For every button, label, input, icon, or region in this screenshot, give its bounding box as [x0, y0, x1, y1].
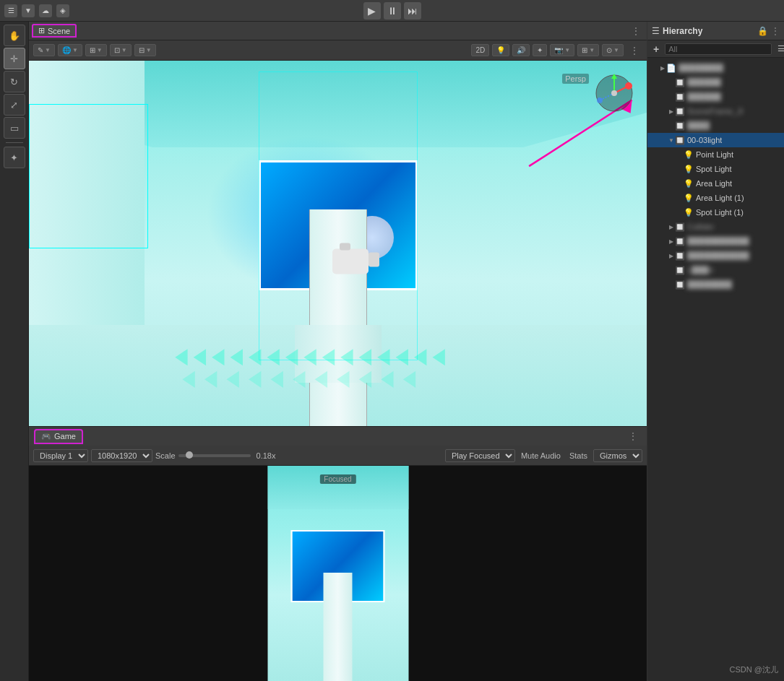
hierarchy-add-btn[interactable]: + — [650, 43, 662, 56]
light-icon-node10: 💡 — [684, 193, 694, 203]
game-tab[interactable]: 🎮 Game — [35, 430, 82, 443]
tree-label-node14: ███████████ — [687, 251, 749, 260]
pivot-btn[interactable]: ⊞ ▼ — [85, 44, 107, 56]
selection-outline-left — [29, 104, 148, 248]
tree-item-node2[interactable]: ▶ 🔲 ██████ — [647, 75, 784, 90]
scene-grid-icon: ⊞ — [38, 26, 45, 35]
stats-btn[interactable]: Stats — [567, 451, 590, 461]
display-mode-btn[interactable]: ✎ ▼ — [33, 44, 55, 56]
tree-item-node6[interactable]: ▼ 🔲 00-03light — [647, 133, 784, 147]
tree-item-node9[interactable]: ▶ 💡 Area Light — [647, 176, 784, 191]
main-layout: ✋ ✛ ↻ ⤢ ▭ ✦ ⊞ Scene ⋮ ✎ ▼ 🌐 ▼ ⊞ ▼ ⊡ ▼ ⊟ … — [0, 22, 784, 681]
move-tool-button[interactable]: ✛ — [4, 48, 25, 69]
scene-icon-node1: 📄 — [666, 63, 676, 73]
game-panel-more[interactable]: ⋮ — [625, 430, 641, 442]
tree-item-node4[interactable]: ▶ 🔲 SceneFrame_Jl — [647, 104, 784, 118]
hierarchy-filter-btn[interactable]: ☰ — [775, 43, 784, 54]
tree-item-node3[interactable]: ▶ 🔲 ██████ — [647, 90, 784, 104]
rect-tool-button[interactable]: ▭ — [4, 117, 25, 139]
light-toggle-btn[interactable]: 💡 — [492, 44, 509, 56]
scene-panel-more[interactable]: ⋮ — [628, 25, 644, 37]
effects-btn[interactable]: ✦ — [533, 44, 547, 56]
scene-toolbar-more[interactable]: ⋮ — [626, 45, 642, 56]
game-header: 🎮 Game ⋮ — [29, 427, 647, 446]
tree-item-node7[interactable]: ▶ 💡 Point Light — [647, 147, 784, 162]
tree-label-node9: Area Light — [696, 179, 732, 188]
hierarchy-toolbar: + ☰ — [647, 40, 784, 58]
game-arch — [267, 466, 408, 509]
snap-btn[interactable]: ⊡ ▼ — [110, 44, 132, 56]
tree-label-node16: ████████ — [687, 280, 732, 289]
tree-label-node3: ██████ — [687, 92, 721, 101]
toolbar-separator-1 — [6, 142, 23, 143]
tree-item-node14[interactable]: ▶ 🔲 ███████████ — [647, 248, 784, 263]
object-icon-node3: 🔲 — [675, 92, 685, 102]
scale-slider[interactable] — [178, 454, 251, 457]
tree-item-node13[interactable]: ▶ 🔲 ███████████ — [647, 234, 784, 248]
tree-item-node1[interactable]: ▶ 📄 ████████ — [647, 61, 784, 75]
hand-tool-button[interactable]: ✋ — [4, 25, 25, 46]
tree-arrow-node6: ▼ — [668, 136, 675, 144]
ruler-btn[interactable]: ⊟ ▼ — [134, 44, 156, 56]
scene-tab[interactable]: ⊞ Scene — [32, 24, 77, 38]
dropdown-icon[interactable]: ▼ — [22, 4, 35, 17]
gizmos-select[interactable]: Gizmos — [593, 449, 642, 462]
grid-btn[interactable]: ⊞ ▼ — [577, 44, 599, 56]
pause-button[interactable]: ⏸ — [384, 2, 401, 19]
tree-arrow-node13: ▶ — [668, 238, 675, 245]
tree-label-node13: ███████████ — [687, 237, 749, 246]
right-panel: ☰ Hierarchy 🔒 ⋮ + ☰ ▶ 📄 ████████ ▶ — [647, 22, 784, 681]
camera-btn[interactable]: 📷 ▼ — [550, 44, 574, 56]
game-icon: 🎮 — [41, 432, 51, 441]
tree-item-node8[interactable]: ▶ 💡 Spot Light — [647, 162, 784, 176]
tree-item-node5[interactable]: ▶ 🔲 ████ — [647, 118, 784, 133]
gizmo-btn[interactable]: ⊙ ▼ — [602, 44, 624, 56]
persp-label: Persp — [562, 74, 589, 84]
play-focused-select[interactable]: Play Focused — [445, 449, 515, 462]
shading-btn[interactable]: 🌐 ▼ — [58, 44, 82, 56]
object-icon-node12: 🔲 — [675, 222, 685, 232]
menu-icon[interactable]: ☰ — [4, 4, 17, 17]
tree-item-node16[interactable]: ▶ 🔲 ████████ — [647, 277, 784, 292]
scene-3d-view: Persp — [29, 61, 647, 426]
display-select[interactable]: Display 1 — [33, 449, 88, 462]
hierarchy-search-input[interactable] — [665, 43, 772, 55]
game-viewport: Focused — [29, 466, 647, 681]
game-3d-view — [267, 466, 408, 681]
hierarchy-dots[interactable]: ⋮ — [771, 26, 780, 36]
play-controls: ▶ ⏸ ⏭ — [363, 2, 421, 19]
hierarchy-header: ☰ Hierarchy 🔒 ⋮ — [647, 22, 784, 40]
tree-arrow-node4: ▶ — [668, 108, 675, 115]
tree-label-node15: L███rt — [687, 266, 713, 274]
collab-icon[interactable]: ◈ — [56, 4, 69, 17]
cloud-icon[interactable]: ☁ — [39, 4, 52, 17]
scene-toolbar: ✎ ▼ 🌐 ▼ ⊞ ▼ ⊡ ▼ ⊟ ▼ 2D 💡 🔊 ✦ 📷 ▼ ⊞ ▼ ⊙ ▼… — [29, 40, 647, 61]
tree-label-node2: ██████ — [687, 78, 721, 87]
tree-item-node15[interactable]: ▶ 🔲 L███rt — [647, 263, 784, 277]
mute-audio-btn[interactable]: Mute Audio — [518, 451, 564, 461]
tree-label-node1: ████████ — [679, 64, 723, 72]
tree-label-node11: Spot Light (1) — [696, 208, 744, 217]
watermark: CSDN @沈儿 — [730, 664, 778, 675]
scale-slider-thumb — [186, 451, 193, 459]
light-icon-node8: 💡 — [684, 164, 694, 174]
tree-item-node10[interactable]: ▶ 💡 Area Light (1) — [647, 191, 784, 205]
object-icon-node4: 🔲 — [675, 106, 685, 116]
tree-label-node10: Area Light (1) — [696, 194, 744, 202]
rotate-tool-button[interactable]: ↻ — [4, 71, 25, 92]
center-area: ⊞ Scene ⋮ ✎ ▼ 🌐 ▼ ⊞ ▼ ⊡ ▼ ⊟ ▼ 2D 💡 🔊 ✦ 📷… — [29, 22, 647, 681]
step-button[interactable]: ⏭ — [404, 2, 421, 19]
tree-item-node12[interactable]: ▶ 🔲 Collider — [647, 220, 784, 234]
play-button[interactable]: ▶ — [363, 2, 381, 19]
scene-panel: ⊞ Scene ⋮ ✎ ▼ 🌐 ▼ ⊞ ▼ ⊡ ▼ ⊟ ▼ 2D 💡 🔊 ✦ 📷… — [29, 22, 647, 426]
game-panel: 🎮 Game ⋮ Display 1 1080x1920 Scale — [29, 426, 647, 681]
hierarchy-icon: ☰ — [652, 26, 660, 36]
2d-btn[interactable]: 2D — [471, 44, 489, 56]
light-icon-node11: 💡 — [684, 207, 694, 217]
custom-tool-button[interactable]: ✦ — [4, 147, 25, 168]
audio-btn[interactable]: 🔊 — [512, 44, 530, 56]
scale-tool-button[interactable]: ⤢ — [4, 94, 25, 116]
tree-item-node11[interactable]: ▶ 💡 Spot Light (1) — [647, 205, 784, 220]
resolution-select[interactable]: 1080x1920 — [91, 449, 152, 462]
object-icon-node14: 🔲 — [675, 251, 685, 261]
